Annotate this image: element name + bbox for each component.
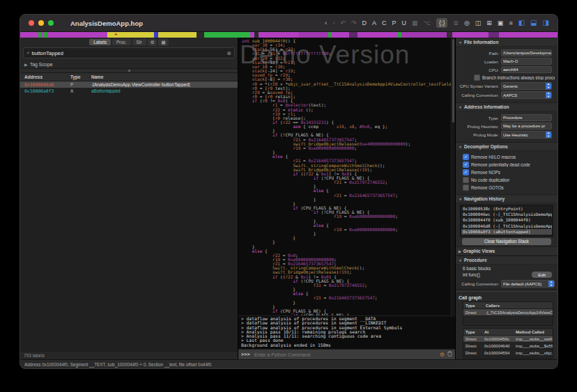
grid-icon[interactable]: ▦ <box>158 39 168 46</box>
address-type-field[interactable]: Procedure <box>501 114 552 121</box>
table-row[interactable]: 0x10000a0f3AaButtontapped <box>20 88 238 94</box>
tag-scope-disclosure[interactable]: ▶Tag Scope <box>20 61 238 68</box>
table-row[interactable]: Direct-[_TtC15AnalysisDemoApp14ViewCo… <box>463 309 553 316</box>
listing-mode-button[interactable]: ≣ <box>453 19 459 27</box>
mark-undefined-button[interactable]: U <box>401 19 406 27</box>
scrollbar-thumb[interactable] <box>452 39 454 123</box>
section-graphic-views[interactable]: ▶ Graphic Views <box>456 246 557 256</box>
checkbox-icon[interactable] <box>474 75 480 81</box>
decompiler-option[interactable]: No code duplication <box>463 177 555 183</box>
sidebar-tab-str[interactable]: Str <box>132 39 146 45</box>
layout-split-button[interactable]: ⊞ <box>486 19 492 27</box>
sidebar-tab-labels[interactable]: Labels <box>89 39 111 45</box>
minimap-segment[interactable] <box>20 32 38 38</box>
toggle-bottom-pane-button[interactable]: ⬓ <box>530 19 537 27</box>
section-address-information[interactable]: ▼ Address Information <box>456 102 557 111</box>
column-header[interactable]: At <box>482 330 514 334</box>
column-header[interactable]: Type <box>463 330 482 334</box>
path-field[interactable]: /Users/antpos/Development/Reverse E <box>501 49 552 56</box>
checkbox-icon[interactable] <box>463 185 469 191</box>
section-navigation-history[interactable]: ▼ Navigation History <box>456 194 557 203</box>
navigation-history-entry[interactable]: 0x10000a0f3 (aButtontapped) <box>461 229 552 235</box>
decompiler-option[interactable]: ✓Remove potentially dead code <box>463 162 555 168</box>
column-header[interactable]: Method Called <box>514 330 553 334</box>
procedure-calling-convention-dropdown[interactable]: File default (AAPCS)▲▼ <box>501 280 555 288</box>
table-row[interactable]: Direct0x100004554imp___stubs__objc_… <box>463 350 553 356</box>
hex-mode-button[interactable]: ▦ <box>412 19 418 27</box>
undo-button[interactable]: ↶ <box>340 19 346 27</box>
pseudocode-mode-button[interactable]: {;} <box>436 18 448 28</box>
pseudocode-view[interactable]: int sub_1000044f0() { var_30 = r24; stac… <box>238 38 455 315</box>
forward-button[interactable]: › <box>332 19 334 27</box>
minimap-segment[interactable] <box>47 32 107 38</box>
navigation-minimap[interactable]: + <box>20 32 557 38</box>
table-row[interactable]: Direct0x1000045f0imp___stubs__$sS… <box>463 356 553 359</box>
minimize-button[interactable] <box>38 20 44 26</box>
minimap-segment[interactable] <box>197 32 204 38</box>
minimap-segment[interactable] <box>349 32 357 38</box>
mark-ascii-button[interactable]: A <box>372 19 376 27</box>
cfg-mode-button[interactable]: ⌥ <box>424 19 431 27</box>
navigation-history-entry[interactable]: 0x10000538c (EntryPoint) <box>461 206 552 212</box>
column-header[interactable]: Type <box>463 304 484 308</box>
splitter-handle[interactable] <box>20 68 238 73</box>
close-button[interactable] <box>29 20 34 26</box>
layout-left-button[interactable]: ◫ <box>475 19 482 27</box>
python-settings-icon[interactable]: ⚙ <box>440 352 445 358</box>
navigation-history-entry[interactable]: 0x1000044f0 (sub_1000044f0) <box>461 217 552 223</box>
calling-convention-dropdown[interactable]: AAPCS▲▼ <box>501 91 552 99</box>
decompiler-option[interactable]: Remove GOTOs <box>463 185 555 191</box>
checkbox-icon[interactable]: ✓ <box>463 154 469 160</box>
navigation-history-entry[interactable]: 0x1000046d8 (-[_TtC15AnalysisDemoApp14Vi… <box>461 224 552 229</box>
section-file-information[interactable]: ▼ File Information <box>456 38 557 47</box>
minimap-segment[interactable] <box>447 32 452 38</box>
mark-procedure-button[interactable]: P <box>392 19 396 27</box>
column-header[interactable]: Callers <box>484 304 553 308</box>
mark-code-button[interactable]: C <box>382 19 387 27</box>
loader-field[interactable]: Mach-O <box>501 58 552 65</box>
back-button[interactable]: ‹ <box>325 19 327 27</box>
toggle-right-pane-button[interactable]: ◨ <box>543 19 549 27</box>
minimap-segment[interactable] <box>259 32 299 38</box>
minimap-segment[interactable] <box>488 32 499 38</box>
layout-right-button[interactable]: ▣ <box>498 19 504 27</box>
search-input[interactable] <box>31 50 226 56</box>
clear-console-icon[interactable] <box>447 351 452 358</box>
branch-stop-checkbox[interactable]: Branch instructions always stop proced <box>474 75 555 81</box>
minimap-segment[interactable] <box>331 32 349 38</box>
section-decompiler-options[interactable]: ▼ Decompiler Options <box>456 142 557 151</box>
minimap-segment[interactable] <box>158 32 197 38</box>
settings-button[interactable]: ◎ <box>464 19 470 27</box>
table-row[interactable]: Direct0x10000456cimp___stubs__swift… <box>463 336 553 343</box>
toggle-left-pane-button[interactable]: ◧ <box>518 19 525 27</box>
minimap-segment[interactable] <box>299 32 328 38</box>
minimap-segment[interactable] <box>401 32 447 38</box>
layout-list-button[interactable]: ≡ <box>509 19 512 27</box>
navigation-history-entry[interactable]: 0x1000046ec (-[_TtC15AnalysisDemoApp14Vi… <box>461 212 552 217</box>
sidebar-tab-proc[interactable]: Proc. <box>112 39 131 45</box>
checkbox-icon[interactable] <box>463 177 469 183</box>
python-command-input[interactable] <box>253 352 437 358</box>
search-field[interactable]: ⌕ ⊗ <box>23 47 235 58</box>
prolog-mode-dropdown[interactable]: Use Heuristic▲▼ <box>501 131 552 139</box>
section-procedure[interactable]: ▼ Procedure <box>456 256 557 265</box>
decompiler-option[interactable]: ✓Remove NOPs <box>463 169 555 175</box>
cpu-field[interactable]: aarch64 <box>501 66 552 73</box>
gear-icon[interactable]: ⚙ <box>148 39 157 46</box>
minimap-segment[interactable] <box>204 32 250 38</box>
clear-search-icon[interactable]: ⊗ <box>226 50 231 56</box>
decompiler-option[interactable]: ✓Remove HI/LO macros <box>463 154 555 160</box>
minimap-segment[interactable] <box>452 32 488 38</box>
mark-data-button[interactable]: D <box>362 19 367 27</box>
checkbox-icon[interactable]: ✓ <box>463 169 469 175</box>
cpu-syntax-dropdown[interactable]: Generic▲▼ <box>501 82 552 90</box>
clear-navigation-stack-button[interactable]: Clear Navigation Stack <box>462 238 551 245</box>
checkbox-icon[interactable]: ✓ <box>463 162 469 168</box>
code-scrollbar[interactable] <box>451 38 455 317</box>
prolog-heuristic-field[interactable]: May be a procedure pr <box>501 123 552 130</box>
edit-signature-button[interactable]: Edit <box>532 272 552 278</box>
redo-button[interactable]: ↷ <box>351 19 357 27</box>
table-row[interactable]: 0x1000046d8P-[AnalysisDemoApp.ViewContro… <box>20 81 238 88</box>
minimap-segment[interactable] <box>357 32 398 38</box>
minimap-segment[interactable] <box>499 32 558 38</box>
